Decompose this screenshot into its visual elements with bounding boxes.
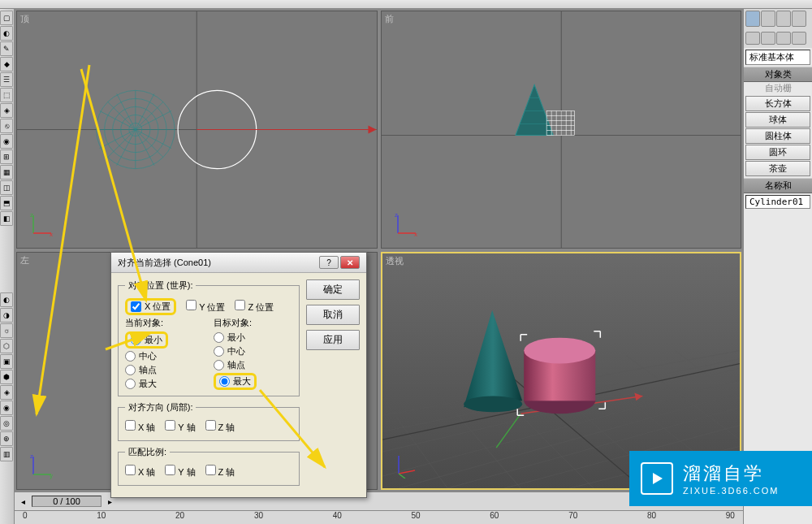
tool-icon[interactable]: ▢ [0,11,13,25]
frame-display[interactable]: 0 / 100 [32,496,102,507]
opt-pivot-label: 轴点 [139,364,157,376]
target-pivot-radio[interactable] [214,360,224,370]
prev-key-icon[interactable]: ◂ [21,497,25,506]
cameras-tab-icon[interactable] [792,32,806,45]
x-position-checkbox[interactable] [131,301,141,312]
tool-icon[interactable]: ⎋ [0,119,13,133]
cancel-button[interactable]: 取消 [306,305,360,325]
hierarchy-tab-icon[interactable] [776,11,791,27]
tool-icon[interactable]: ◐ [0,292,13,307]
create-cylinder-button[interactable]: 圆柱体 [745,128,810,144]
current-center-radio[interactable] [125,351,136,362]
axes-gizmo-icon: zx [393,210,421,238]
time-ruler[interactable]: 0 10 20 30 40 50 60 70 80 90 [15,510,743,522]
modify-tab-icon[interactable] [761,11,775,27]
close-button[interactable]: ✕ [340,256,360,269]
ok-button[interactable]: 确定 [306,279,360,300]
tick-label: 70 [568,511,577,522]
tool-icon[interactable]: ▦ [0,165,13,180]
scale-y-checkbox[interactable] [165,465,175,475]
tool-icon[interactable]: ◑ [0,308,13,323]
tick-label: 90 [726,511,735,522]
create-box-button[interactable]: 长方体 [745,96,810,111]
tool-icon[interactable]: ▣ [0,354,13,369]
tool-icon[interactable]: ⊞ [0,149,13,164]
orient-y-checkbox[interactable] [165,420,175,431]
create-teapot-button[interactable]: 茶壶 [745,161,810,176]
command-panel-tabs [744,9,812,30]
tool-icon[interactable]: ◧ [0,211,13,226]
tick-label: 0 [23,511,28,522]
geometry-category-dropdown[interactable]: 标准基本体 [745,50,810,65]
tool-icon[interactable]: ✎ [0,41,13,56]
tool-icon[interactable]: ◉ [0,401,13,415]
tool-icon[interactable]: ⊕ [0,431,13,446]
target-max-radio[interactable] [219,376,230,387]
geometry-tab-icon[interactable] [745,32,760,45]
tool-icon[interactable]: ◐ [0,26,13,41]
tool-icon[interactable]: ☰ [0,72,13,87]
dialog-titlebar[interactable]: 对齐当前选择 (Cone01) ? ✕ [111,253,366,273]
tool-icon[interactable]: ⬚ [0,88,13,102]
rollout-name-color[interactable]: 名称和 [744,178,812,193]
tool-icon[interactable]: ⬢ [0,370,13,384]
motion-tab-icon[interactable] [792,11,806,27]
next-key-icon[interactable]: ▸ [108,497,112,506]
svg-text:z: z [30,211,33,219]
tool-icon[interactable]: ◎ [0,416,13,431]
target-min-radio[interactable] [214,332,224,343]
tool-icon[interactable]: ◈ [0,103,13,118]
command-panel: 标准基本体 对象类 自动栅 长方体 球体 圆柱体 圆环 茶壶 名称和 [743,9,812,524]
match-scale-legend: 匹配比例: [125,446,170,458]
viewport-front[interactable]: 前 zx [381,11,742,249]
create-sphere-button[interactable]: 球体 [745,112,810,128]
lights-tab-icon[interactable] [776,32,791,45]
scale-x-checkbox[interactable] [125,465,136,475]
apply-button[interactable]: 应用 [306,330,360,350]
current-object-label: 当前对象: [125,317,204,329]
tool-icon[interactable]: ◫ [0,180,13,195]
align-position-legend: 对齐位置 (世界): [125,279,196,292]
current-min-radio[interactable] [131,335,141,345]
tick-label: 40 [333,511,342,522]
y-position-checkbox[interactable] [186,300,197,310]
left-toolbar: ▢ ◐ ✎ ◆ ☰ ⬚ ◈ ⎋ ◉ ⊞ ▦ ◫ ⬒ ◧ ◐ ◑ ☼ ⬡ ▣ ⬢ … [0,9,15,524]
shapes-tab-icon[interactable] [761,32,775,45]
axes-gizmo-icon [394,451,421,479]
tool-icon[interactable]: ◆ [0,57,13,71]
opt-pivot-label: 轴点 [227,359,245,371]
svg-marker-80 [653,473,663,484]
annotation-highlight: 最小 [125,331,168,349]
opt-max-label: 最大 [139,378,157,390]
z-position-checkbox[interactable] [235,300,245,310]
help-button[interactable]: ? [319,256,339,269]
svg-text:y: y [50,472,53,479]
create-torus-button[interactable]: 圆环 [745,145,810,160]
tool-icon[interactable]: ⬒ [0,196,13,210]
object-name-input[interactable] [745,195,810,209]
tool-icon[interactable]: ◉ [0,134,13,149]
axes-gizmo-icon: zx [28,210,56,238]
z-axis-label: Z 轴 [218,467,235,477]
tool-icon[interactable]: ◈ [0,385,13,400]
current-max-radio[interactable] [125,379,136,389]
viewport-top[interactable]: 顶 [16,11,378,249]
tick-label: 10 [97,511,106,522]
orient-z-checkbox[interactable] [205,420,216,431]
target-center-radio[interactable] [214,346,224,357]
tool-icon[interactable]: ⬡ [0,339,13,353]
align-orient-legend: 对齐方向 (局部): [125,401,196,414]
scale-z-checkbox[interactable] [205,465,216,475]
current-pivot-radio[interactable] [125,365,136,375]
orient-x-checkbox[interactable] [125,420,136,431]
watermark: 溜溜自学 ZIXUE.3D66.COM [629,451,812,506]
y-axis-label: Y 轴 [178,467,195,477]
viewport-label: 顶 [20,13,29,25]
rollout-object-type[interactable]: 对象类 [744,67,812,82]
object-type-buttons: 长方体 球体 圆柱体 圆环 茶壶 [744,94,812,178]
tool-icon[interactable]: ☼ [0,323,13,338]
create-tab-icon[interactable] [745,11,760,27]
y-axis-label: Y 轴 [178,422,195,432]
target-object-label: 目标对象: [214,317,292,329]
tool-icon[interactable]: ▥ [0,447,13,461]
